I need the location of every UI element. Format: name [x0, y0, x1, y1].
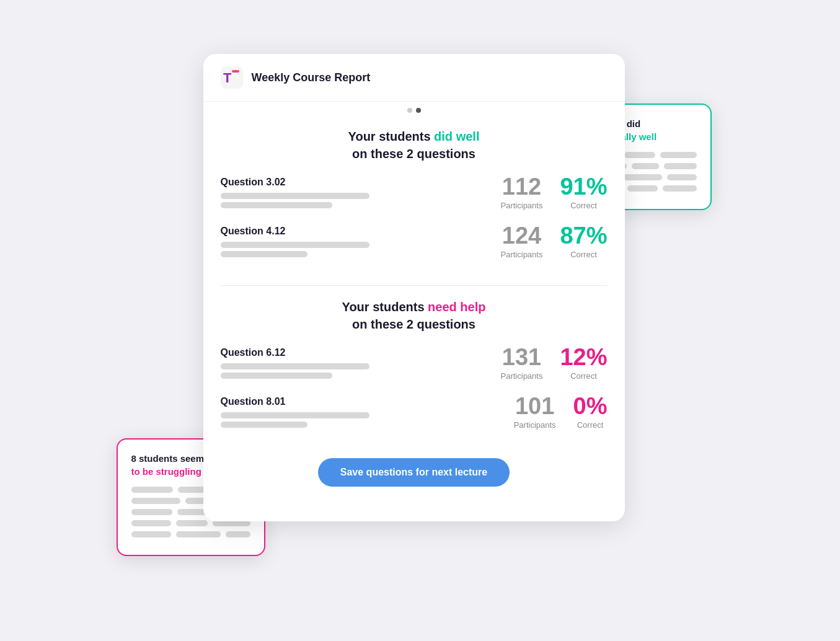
participants-block-612: 131 Participants	[501, 345, 543, 381]
skel	[131, 531, 171, 537]
correct-value-612: 12%	[560, 345, 607, 369]
skel	[663, 185, 696, 192]
participants-label-612: Participants	[501, 371, 543, 381]
bar-1	[221, 193, 369, 199]
question-left-302: Question 3.02	[221, 177, 501, 208]
correct-label-412: Correct	[560, 250, 607, 259]
bar-7	[221, 412, 369, 418]
did-well-suffix: on these 2 questions	[352, 147, 475, 161]
correct-label-302: Correct	[560, 201, 607, 210]
skel	[624, 174, 662, 180]
correct-value-801: 0%	[573, 394, 608, 418]
card-title: Weekly Course Report	[252, 71, 371, 84]
card-body: Your students did well on these 2 questi…	[203, 115, 625, 521]
did-well-prefix: Your students	[348, 130, 435, 143]
question-name-801: Question 8.01	[221, 396, 514, 407]
question-left-412: Question 4.12	[221, 226, 501, 257]
need-help-section: Your students need help on these 2 quest…	[221, 286, 608, 504]
app-logo-icon: T	[221, 66, 243, 89]
svg-text:T: T	[223, 70, 232, 86]
correct-block-412: 87% Correct	[560, 224, 607, 259]
bar-container-612	[221, 363, 501, 379]
dot-1	[407, 108, 412, 113]
bar-container-801	[221, 412, 514, 428]
bar-3	[221, 242, 369, 248]
skeleton-row-9	[131, 531, 250, 537]
participants-block-302: 112 Participants	[501, 175, 543, 210]
skel	[660, 152, 697, 158]
correct-block-302: 91% Correct	[560, 175, 607, 210]
did-well-highlight: did well	[434, 130, 479, 143]
bar-8	[221, 422, 307, 428]
svg-rect-2	[232, 70, 239, 73]
need-help-highlight: need help	[428, 300, 485, 314]
need-help-heading: Your students need help on these 2 quest…	[221, 298, 608, 333]
need-help-prefix: Your students	[342, 300, 428, 314]
participants-value-412: 124	[501, 224, 543, 247]
skel	[627, 185, 658, 192]
skel	[131, 520, 171, 526]
question-row-412: Question 4.12 124 Participants 87%	[221, 224, 608, 259]
question-row-612: Question 6.12 131 Participants 12%	[221, 345, 608, 381]
question-stats-412: 124 Participants 87% Correct	[501, 224, 608, 259]
dots-row	[203, 102, 625, 115]
question-stats-302: 112 Participants 91% Correct	[501, 175, 608, 210]
float-bottom-left-highlight: to be struggling	[131, 466, 201, 477]
correct-label-801: Correct	[573, 420, 608, 430]
question-row-801: Question 8.01 101 Participants 0%	[221, 394, 608, 430]
correct-label-612: Correct	[560, 371, 607, 381]
question-name-412: Question 4.12	[221, 226, 501, 237]
participants-block-412: 124 Participants	[501, 224, 543, 259]
skel	[176, 531, 221, 537]
question-stats-612: 131 Participants 12% Correct	[501, 345, 608, 381]
question-left-801: Question 8.01	[221, 396, 514, 428]
bar-2	[221, 202, 332, 208]
skel	[624, 152, 655, 158]
skel	[131, 509, 173, 515]
float-bottom-left-prefix: 8 students seem	[131, 453, 205, 464]
save-button[interactable]: Save questions for next lecture	[318, 458, 510, 487]
skel	[664, 163, 697, 169]
bar-5	[221, 363, 369, 369]
correct-value-302: 91%	[560, 175, 607, 198]
participants-value-801: 101	[514, 394, 556, 418]
save-btn-container: Save questions for next lecture	[221, 443, 608, 492]
bar-container-412	[221, 242, 501, 257]
participants-value-302: 112	[501, 175, 543, 198]
question-stats-801: 101 Participants 0% Correct	[514, 394, 608, 430]
participants-block-801: 101 Participants	[514, 394, 556, 430]
dot-2	[416, 108, 421, 113]
bar-4	[221, 251, 307, 257]
card-header: T Weekly Course Report	[203, 54, 625, 102]
question-left-612: Question 6.12	[221, 347, 501, 379]
skel	[176, 520, 208, 526]
question-name-612: Question 6.12	[221, 347, 501, 358]
skel	[667, 174, 697, 180]
participants-label-302: Participants	[501, 201, 543, 210]
bar-container-302	[221, 193, 501, 208]
skel	[131, 487, 173, 493]
question-name-302: Question 3.02	[221, 177, 501, 188]
correct-block-612: 12% Correct	[560, 345, 607, 381]
main-card: T Weekly Course Report Your students did…	[203, 54, 625, 521]
skel	[226, 531, 250, 537]
did-well-heading: Your students did well on these 2 questi…	[221, 128, 608, 162]
participants-value-612: 131	[501, 345, 543, 369]
did-well-section: Your students did well on these 2 questi…	[221, 115, 608, 286]
bar-6	[221, 373, 332, 379]
question-row-302: Question 3.02 112 Participants 91%	[221, 175, 608, 210]
skel	[632, 163, 659, 169]
need-help-suffix: on these 2 questions	[352, 317, 475, 331]
skel	[131, 498, 180, 504]
correct-block-801: 0% Correct	[573, 394, 608, 430]
scene: 8 students did exceptionally well 8 stud…	[141, 35, 699, 606]
participants-label-412: Participants	[501, 250, 543, 259]
participants-label-801: Participants	[514, 420, 556, 430]
correct-value-412: 87%	[560, 224, 607, 247]
